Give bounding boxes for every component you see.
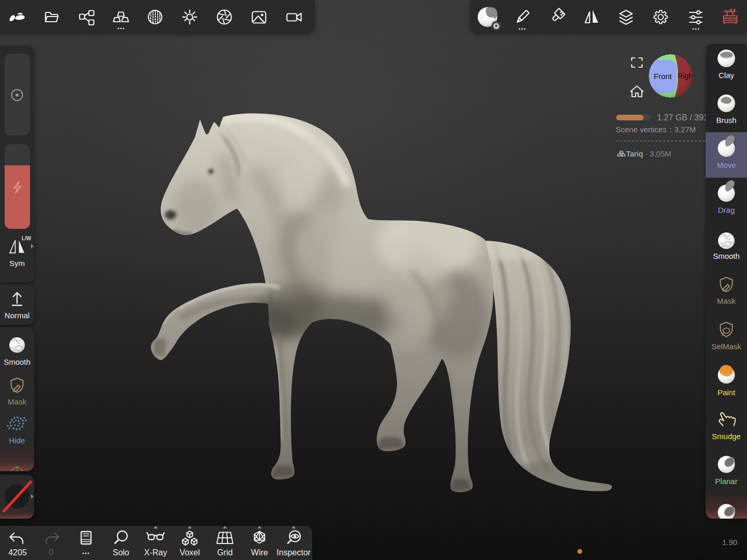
svg-text:Mask: Mask	[717, 297, 736, 305]
svg-text:SelMask: SelMask	[711, 342, 741, 351]
svg-text:Wire: Wire	[251, 548, 268, 557]
svg-text:Solo: Solo	[113, 548, 129, 557]
svg-text:Clay: Clay	[719, 71, 735, 80]
svg-text:Grid: Grid	[217, 548, 233, 557]
svg-text:Move: Move	[717, 161, 736, 169]
svg-text:Paint: Paint	[718, 388, 736, 397]
svg-text:0: 0	[49, 548, 54, 557]
svg-text:4205: 4205	[8, 548, 27, 557]
svg-text:Smudge: Smudge	[712, 432, 741, 441]
svg-text:Inspector: Inspector	[277, 548, 311, 557]
svg-text:Normal: Normal	[5, 311, 29, 320]
svg-text:Brush: Brush	[716, 116, 736, 125]
svg-text:Smooth: Smooth	[713, 252, 740, 260]
svg-text:Mask: Mask	[8, 397, 26, 406]
svg-text:X-Ray: X-Ray	[144, 548, 167, 557]
svg-text:Sym: Sym	[9, 259, 25, 268]
svg-text:Drag: Drag	[718, 206, 735, 214]
svg-text:Smooth: Smooth	[4, 357, 31, 366]
svg-text:Planar: Planar	[715, 477, 737, 486]
svg-text:L/W: L/W	[22, 236, 32, 241]
svg-text:Voxel: Voxel	[179, 548, 200, 557]
svg-text:Hide: Hide	[9, 436, 25, 445]
